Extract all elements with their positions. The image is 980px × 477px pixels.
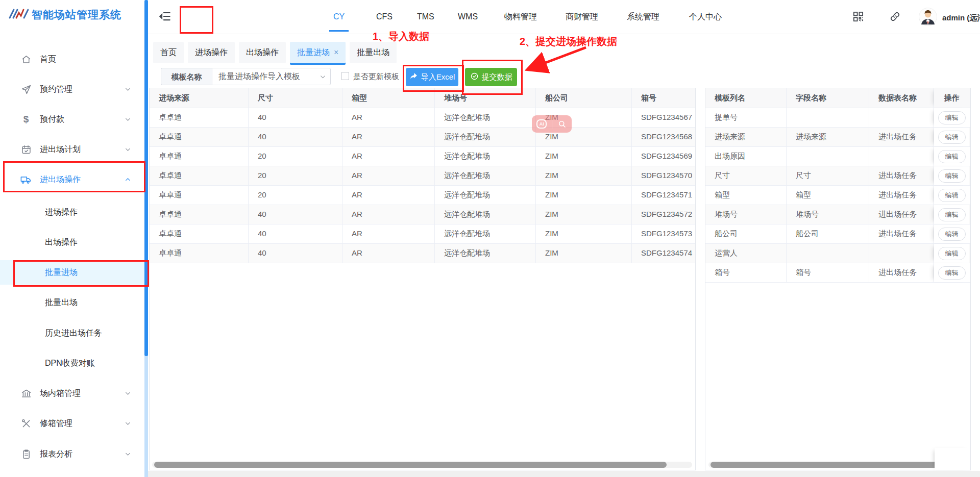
submit-data-button[interactable]: 提交数据 [465,68,517,86]
table-cell: 船公司 [705,224,787,243]
send-icon [20,84,32,95]
sidebar-subitem-批量进场[interactable]: 批量进场 [0,260,144,285]
sidebar-scrollbar-thumb[interactable] [144,0,148,356]
sidebar-scrollbar[interactable] [144,0,148,477]
edit-button[interactable]: 编辑 [938,150,966,163]
sidebar-item-首页[interactable]: 首页 [0,47,144,71]
search-icon[interactable] [552,119,572,129]
table-cell: 堆场号 [705,205,787,224]
edit-button[interactable]: 编辑 [938,189,966,202]
right-table-hscrollbar-thumb[interactable] [710,462,953,468]
table-cell: 箱型 [705,186,787,205]
sidebar-subitem-DPN收费对账[interactable]: DPN收费对账 [0,351,144,375]
edit-button[interactable]: 编辑 [938,208,966,221]
nav-item-商财管理[interactable]: 商财管理 [566,0,598,33]
table-cell: ZIM [536,186,632,205]
table-row: 卓卓通20AR远洋仓配堆场ZIMSDFG1234570 [150,166,695,186]
left-table-hscrollbar-thumb[interactable] [154,462,667,468]
table-cell: 箱号 [787,263,869,282]
sidebar-item-进出场计划[interactable]: 进出场计划 [0,137,144,162]
table-row: 卓卓通40AR远洋仓配堆场ZIMSDFG1234567 [150,108,695,128]
sidebar-item-预付款[interactable]: $预付款 [0,107,144,132]
nav-item-系统管理[interactable]: 系统管理 [627,0,659,33]
column-header-模板列名: 模板列名 [705,88,787,108]
page-tabstrip: 首页进场操作出场操作批量进场×批量出场 [153,42,397,63]
update-template-checkbox[interactable] [341,72,349,80]
tab-进场操作[interactable]: 进场操作 [188,42,235,63]
table-row: 卓卓通40AR远洋仓配堆场ZIMSDFG1234572 [150,205,695,224]
edit-button[interactable]: 编辑 [938,111,966,124]
table-cell: 进出场任务 [869,186,934,205]
table-cell: 远洋仓配堆场 [435,224,536,243]
user-menu[interactable]: admin (远洋仓配二堆场) [919,8,980,28]
qr-code-icon[interactable] [852,11,864,22]
operation-cell: 编辑 [934,128,969,146]
sidebar-item-label: 修箱管理 [40,418,72,429]
table-cell: SDFG1234573 [632,224,694,243]
edit-button[interactable]: 编辑 [938,169,966,183]
edit-button[interactable]: 编辑 [938,131,966,144]
table-cell: ZIM [536,166,632,185]
table-cell: SDFG1234568 [632,128,694,146]
table-cell: 卓卓通 [150,244,249,263]
template-select[interactable]: 批量进场操作导入模板 [212,68,331,85]
table-cell: 卓卓通 [150,128,249,146]
column-header-船公司: 船公司 [536,88,632,108]
table-row: 进场来源进场来源进出场任务编辑 [705,128,970,147]
sidebar-subitem-label: 批量出场 [45,297,78,308]
edit-button[interactable]: 编辑 [938,266,966,280]
nav-item-TMS[interactable]: TMS [417,0,434,33]
column-header-尺寸: 尺寸 [249,88,342,108]
tab-首页[interactable]: 首页 [153,42,184,63]
table-cell: 出场原因 [705,147,787,166]
table-cell [787,244,869,263]
table-cell: 卓卓通 [150,186,249,205]
edit-button[interactable]: 编辑 [938,228,966,241]
tab-出场操作[interactable]: 出场操作 [239,42,286,63]
chevron-down-icon [125,146,131,153]
table-cell: 40 [249,244,342,263]
table-row: 箱型箱型进出场任务编辑 [705,186,970,205]
sidebar-item-预约管理[interactable]: 预约管理 [0,77,144,102]
tab-label: 首页 [160,48,177,57]
nav-item-CFS[interactable]: CFS [376,0,393,33]
sidebar-item-报表分析[interactable]: 报表分析 [0,442,144,466]
table-row: 箱号箱号进出场任务编辑 [705,263,970,283]
sidebar-item-场内箱管理[interactable]: 场内箱管理 [0,381,144,406]
table-cell: 进场来源 [787,128,869,146]
sidebar-item-修箱管理[interactable]: 修箱管理 [0,411,144,436]
ai-chat-icon[interactable]: AI [532,119,552,129]
sidebar-subitem-批量出场[interactable]: 批量出场 [0,290,144,315]
table-cell: 尺寸 [787,166,869,185]
nav-item-CY[interactable]: CY [333,0,345,33]
import-excel-button[interactable]: 导入Excel [406,68,458,86]
topbar: CYCFSTMSWMS物料管理商财管理系统管理个人中心 [148,0,980,34]
close-icon[interactable]: × [334,48,338,57]
tab-批量出场[interactable]: 批量出场 [350,42,397,63]
nav-item-个人中心[interactable]: 个人中心 [689,0,722,33]
table-row: 卓卓通20AR远洋仓配堆场ZIMSDFG1234569 [150,147,695,166]
sidebar-item-label: 进出场计划 [40,144,81,155]
table-cell: AR [342,108,435,127]
table-cell: 卓卓通 [150,147,249,166]
nav-item-WMS[interactable]: WMS [458,0,478,33]
sidebar-subitem-历史进出场任务[interactable]: 历史进出场任务 [0,321,144,345]
table-cell: 远洋仓配堆场 [435,205,536,224]
collapse-sidebar-icon[interactable] [158,10,172,23]
sidebar-subitem-进场操作[interactable]: 进场操作 [0,200,144,224]
edit-button[interactable]: 编辑 [938,247,966,260]
ai-assistant-widget[interactable]: AI [532,115,572,133]
sidebar-subitem-label: 进场操作 [45,207,78,218]
table-header: 模板列名字段名称数据表名称操作 [705,88,970,108]
column-header-堆场号: 堆场号 [435,88,536,108]
sidebar-item-进出场操作[interactable]: 进出场操作 [0,167,144,192]
calendar-icon [20,144,32,155]
operation-cell: 编辑 [934,244,969,263]
logo-waves-icon [8,7,29,22]
sidebar-item-label: 首页 [40,54,56,65]
sidebar-subitem-出场操作[interactable]: 出场操作 [0,230,144,255]
nav-item-物料管理[interactable]: 物料管理 [504,0,537,33]
link-icon[interactable] [889,11,901,22]
table-cell [869,244,934,263]
tab-批量进场[interactable]: 批量进场× [290,42,346,63]
